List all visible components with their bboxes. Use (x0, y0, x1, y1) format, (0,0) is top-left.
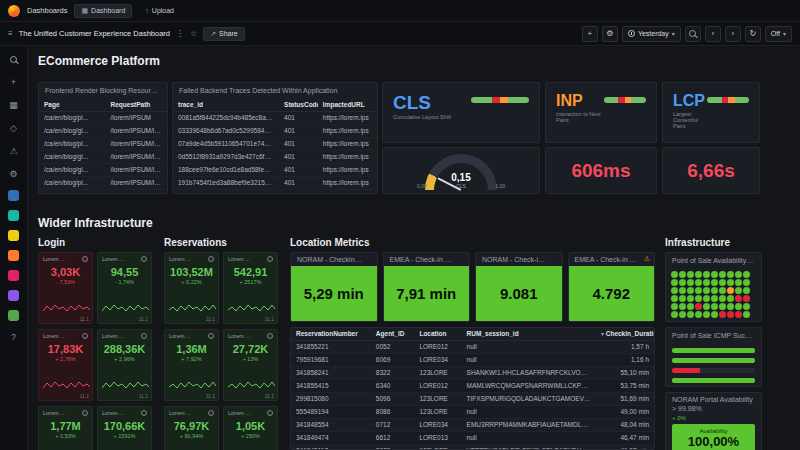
pos-status-dot (711, 287, 718, 294)
stat-panel[interactable]: Lorem ... i 17,83K + 2,76% 11.1 (38, 329, 93, 401)
requestpath-cell: /lorem/IPSUM/loremipsum (106, 151, 167, 164)
section-heading-ecommerce[interactable]: ECommerce Platform (38, 54, 160, 68)
info-icon[interactable]: i (141, 410, 147, 416)
impacted-url-cell[interactable]: https://lorem.ips (318, 164, 377, 177)
dashboard-title[interactable]: The Unified Customer Experience Dashboar… (19, 29, 170, 38)
info-icon[interactable]: i (208, 256, 214, 262)
tab-dashboard[interactable]: ▦ Dashboard (74, 4, 132, 18)
stat-panel[interactable]: Lorem ... i 288,36K + 2,96% 11.1 (97, 329, 152, 401)
column-header[interactable]: Location (414, 328, 461, 341)
time-back-button[interactable]: ‹ (705, 26, 721, 42)
zoom-out-button[interactable] (685, 26, 701, 42)
column-header[interactable]: Page (39, 99, 106, 112)
column-header[interactable]: RequestPath (106, 99, 167, 112)
stat-panel[interactable]: Lorem ... i 103,52M + 0,22% 11.1 (164, 252, 219, 324)
impacted-url-cell[interactable]: https://lorem.ips (318, 177, 377, 190)
stat-delta: + 0,53% (43, 433, 88, 439)
column-header[interactable]: RUM_session_id (462, 328, 596, 341)
explore-icon[interactable]: ◇ (7, 121, 21, 135)
impacted-url-cell[interactable]: https://lorem.ips (318, 151, 377, 164)
sparkline (228, 379, 275, 392)
panel-title[interactable]: NORAM Portal Availability > 99.98% (666, 393, 761, 414)
impacted-url-cell[interactable]: https://lorem.ips (318, 138, 377, 151)
info-icon[interactable]: i (82, 410, 88, 416)
stat-panel[interactable]: Lorem ... i 1,05K + 250% 11.1 (223, 406, 278, 450)
info-icon[interactable]: i (267, 333, 273, 339)
stat-panel[interactable]: Lorem ... i 542,91 + 2517% 11.1 (223, 252, 278, 324)
panel-title[interactable]: Point of Sale Availability by Location (666, 253, 761, 269)
app-icon-teal[interactable] (8, 210, 19, 221)
stat-panel[interactable]: Lorem ... i 170,66K + 1591% 11.1 (97, 406, 152, 450)
impacted-url-cell[interactable]: https://lorem.ips (318, 125, 377, 138)
gauge-value: 0,15 (387, 172, 535, 183)
pos-status-dot (743, 287, 750, 294)
panel-title[interactable]: Point of Sale ICMP Success Rate by ... (666, 328, 761, 344)
time-forward-button[interactable]: › (725, 26, 741, 42)
info-icon[interactable]: i (82, 333, 88, 339)
info-icon[interactable]: i (141, 256, 147, 262)
info-icon[interactable]: i (267, 410, 273, 416)
stat-panel[interactable]: Lorem ... i 27,72K + 13% 11.1 (223, 329, 278, 401)
menu-icon[interactable]: ≡ (8, 29, 13, 38)
impacted-url-cell[interactable]: https://lorem.ips (318, 190, 377, 195)
stat-panel[interactable]: Lorem ... i 1,77M + 0,53% 11.1 (38, 406, 93, 450)
settings-gear-icon[interactable]: ⚙ (7, 167, 21, 181)
panel-title[interactable]: NORAM - Check-in Count (476, 253, 562, 266)
dashboards-icon[interactable]: ▦ (7, 98, 21, 112)
tab-upload[interactable]: ↑ Upload (139, 5, 180, 16)
refresh-interval-label: Off (771, 30, 780, 37)
app-icon-purple[interactable] (8, 290, 19, 301)
pos-status-dot (687, 311, 694, 318)
location-metric-panel[interactable]: NORAM - Check-in Count ⚠ 9.081 (475, 252, 563, 322)
gauge-max: 1,00 (495, 183, 505, 189)
location-metric-panel[interactable]: NORAM - Checkin Duration ⚠ 5,29 min (290, 252, 378, 322)
help-icon[interactable]: ? (7, 330, 21, 344)
panel-title[interactable]: Frontend Render Blocking Resource Trac..… (39, 83, 167, 99)
info-icon[interactable]: i (208, 333, 214, 339)
stat-panel[interactable]: Lorem ... i 76,97K + 90,94% 11.1 (164, 406, 219, 450)
column-header[interactable]: Agent_ID (371, 328, 415, 341)
column-header[interactable]: trace_id (173, 99, 279, 112)
column-header[interactable]: ReservationNumber (291, 328, 371, 341)
info-icon[interactable]: i (82, 256, 88, 262)
star-icon[interactable]: ☆ (190, 29, 197, 38)
panel-title[interactable]: NORAM - Checkin Duration (291, 253, 377, 266)
refresh-button[interactable]: ↻ (745, 26, 761, 42)
info-icon[interactable]: i (141, 333, 147, 339)
app-icon-pink[interactable] (8, 270, 19, 281)
time-range-picker[interactable]: Yesterday ▾ (622, 26, 681, 42)
section-heading-wider[interactable]: Wider Infrastructure (38, 216, 153, 230)
column-header-sorted[interactable]: ▾ Checkin_Duration (596, 328, 654, 341)
agent-id-cell: 6340 (371, 380, 415, 393)
settings-button[interactable]: ⚙ (602, 26, 618, 42)
impacted-url-cell[interactable]: https://lorem.ips (318, 112, 377, 125)
panel-title[interactable]: Failed Backend Traces Detected Within Ap… (173, 83, 377, 99)
stat-delta: - 7,53% (43, 279, 88, 285)
grafana-logo-icon[interactable] (8, 5, 20, 17)
breadcrumb[interactable]: Dashboards (27, 6, 67, 15)
app-icon-orange[interactable] (8, 250, 19, 261)
kebab-menu-icon[interactable]: ⋮ (176, 29, 184, 38)
stat-panel[interactable]: Lorem ... i 3,03K - 7,53% 11.1 (38, 252, 93, 324)
add-icon[interactable]: + (7, 75, 21, 89)
add-panel-button[interactable]: + (582, 26, 598, 42)
alerting-icon[interactable]: ⚠ (7, 144, 21, 158)
refresh-interval-picker[interactable]: Off ▾ (765, 26, 792, 42)
location-metric-panel[interactable]: EMEA - Check-in ... ⚠ 4.792 (568, 252, 656, 322)
panel-title[interactable]: EMEA - Check-in Duration (384, 253, 470, 266)
info-icon[interactable]: i (267, 256, 273, 262)
app-icon-yellow[interactable] (8, 230, 19, 241)
app-icon-green[interactable] (8, 310, 19, 321)
column-header[interactable]: StatusCode (279, 99, 318, 112)
search-icon[interactable] (7, 52, 21, 66)
stat-panel[interactable]: Lorem ... i 1,36M + 7,92% 11.1 (164, 329, 219, 401)
share-button[interactable]: ↗ Share (203, 27, 245, 41)
info-icon[interactable]: i (208, 410, 214, 416)
stat-panel[interactable]: Lorem ... i 94,55 - 1,74% 11.1 (97, 252, 152, 324)
app-icon-blue[interactable] (8, 190, 19, 201)
column-header[interactable]: ImpactedURL (318, 99, 377, 112)
panel-title[interactable]: EMEA - Check-in ... (569, 253, 655, 266)
stat-title: Lorem ... (102, 333, 124, 339)
location-metric-panel[interactable]: EMEA - Check-in Duration ⚠ 7,91 min (383, 252, 471, 322)
portal-delta: + 0% (666, 414, 761, 421)
